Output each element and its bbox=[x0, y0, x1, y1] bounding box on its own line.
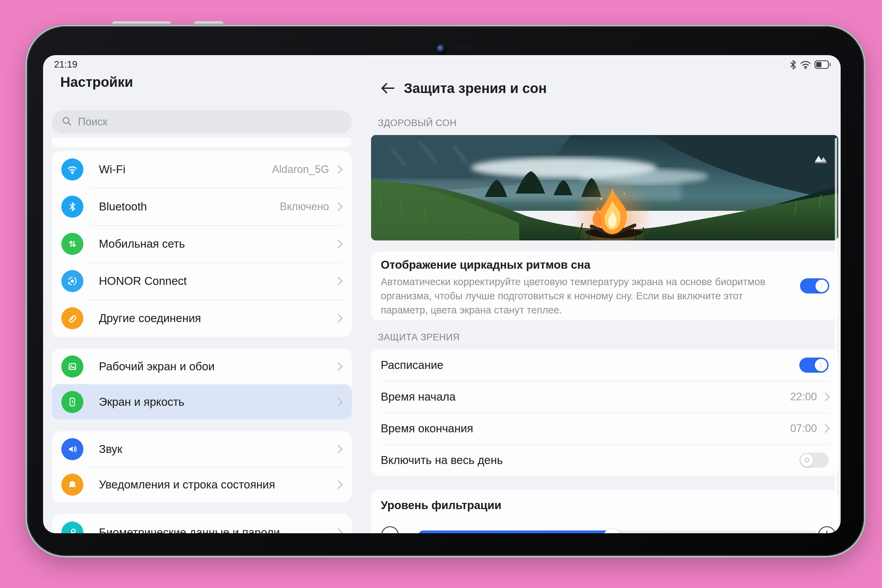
section-healthy-sleep: ЗДОРОВЫЙ СОН bbox=[378, 118, 456, 129]
screen: 21:19 Настройки bbox=[43, 55, 841, 533]
chevron-right-icon bbox=[334, 277, 342, 285]
biometrics-icon bbox=[62, 522, 83, 533]
scrolled-card-remnant bbox=[52, 138, 352, 147]
sidebar-item-label: Звук bbox=[99, 442, 335, 456]
filter-level-label: Уровень фильтрации bbox=[381, 499, 829, 512]
filter-slider-fill bbox=[418, 531, 612, 533]
chevron-right-icon bbox=[334, 239, 342, 248]
increase-filter-button[interactable] bbox=[818, 526, 836, 533]
chevron-right-icon bbox=[334, 480, 342, 489]
filter-level-slider bbox=[381, 528, 829, 533]
detail-title: Защита зрения и сон bbox=[404, 81, 547, 96]
search-icon bbox=[62, 116, 72, 128]
sidebar-item-mobile-network[interactable]: Мобильная сеть bbox=[52, 225, 352, 262]
status-icons bbox=[790, 60, 831, 71]
chevron-right-icon bbox=[821, 424, 830, 433]
sleep-banner-image bbox=[371, 135, 838, 240]
all-day-toggle[interactable] bbox=[800, 453, 829, 468]
sidebar-item-label: Рабочий экран и обои bbox=[99, 360, 335, 373]
chevron-right-icon bbox=[821, 392, 830, 401]
chevron-right-icon bbox=[334, 528, 342, 533]
end-time-value: 07:00 bbox=[790, 422, 817, 435]
filter-level-card: Уровень фильтрации bbox=[371, 490, 838, 533]
chevron-right-icon bbox=[334, 202, 342, 211]
chevron-right-icon bbox=[334, 362, 342, 370]
schedule-row[interactable]: Расписание bbox=[371, 349, 838, 381]
sidebar-item-label: Уведомления и строка состояния bbox=[99, 478, 335, 491]
notifications-icon bbox=[62, 474, 83, 496]
sidebar-item-label: Bluetooth bbox=[99, 200, 280, 213]
sidebar-item-label: Мобильная сеть bbox=[99, 237, 335, 250]
sidebar-item-label: Wi-Fi bbox=[99, 163, 272, 176]
mobile-network-icon bbox=[62, 233, 83, 255]
sidebar-item-label: Экран и яркость bbox=[99, 396, 335, 408]
search-input[interactable]: Поиск bbox=[52, 110, 352, 134]
search-placeholder: Поиск bbox=[78, 116, 108, 128]
chevron-right-icon bbox=[334, 165, 342, 174]
display-brightness-icon bbox=[62, 391, 83, 413]
wifi-icon bbox=[62, 159, 83, 180]
sidebar-item-notifications[interactable]: Уведомления и строка состояния bbox=[52, 467, 352, 502]
sidebar-item-honor-connect[interactable]: HONOR Connect bbox=[52, 262, 352, 300]
status-time: 21:19 bbox=[54, 59, 78, 70]
sidebar-item-value: Aldaron_5G bbox=[272, 163, 329, 176]
sidebar-item-biometrics[interactable]: Биометрические данные и пароли bbox=[52, 514, 352, 533]
circadian-toggle[interactable] bbox=[800, 278, 829, 294]
battery-icon bbox=[814, 60, 831, 70]
sidebar-item-other-connections[interactable]: Другие соединения bbox=[52, 300, 352, 337]
sidebar-group-display: Рабочий экран и обои Экран и яркость bbox=[52, 349, 352, 420]
sidebar-item-bluetooth[interactable]: Bluetooth Включено bbox=[52, 188, 352, 225]
wallpaper-icon bbox=[62, 356, 83, 378]
circadian-description: Автоматически корректируйте цветовую тем… bbox=[381, 275, 777, 317]
chevron-right-icon bbox=[334, 398, 342, 406]
bluetooth-icon bbox=[790, 60, 796, 71]
sidebar-item-display-brightness[interactable]: Экран и яркость bbox=[52, 384, 352, 420]
decrease-filter-button[interactable] bbox=[381, 526, 399, 533]
sound-icon bbox=[62, 438, 83, 460]
schedule-toggle[interactable] bbox=[800, 357, 829, 373]
sidebar-item-label: HONOR Connect bbox=[99, 274, 335, 288]
sidebar-item-label: Другие соединения bbox=[99, 312, 335, 325]
eye-protection-card: Расписание Время начала 22:00 Время окон… bbox=[371, 349, 838, 476]
honor-connect-icon bbox=[62, 270, 83, 292]
wifi-icon bbox=[800, 60, 811, 70]
sidebar-item-value: Включено bbox=[280, 201, 329, 213]
back-button[interactable] bbox=[380, 81, 396, 95]
sidebar-item-wallpaper[interactable]: Рабочий экран и обои bbox=[52, 349, 352, 384]
chevron-right-icon bbox=[334, 445, 342, 453]
circadian-card: Отображение циркадных ритмов сна Автомат… bbox=[371, 252, 838, 320]
sidebar-group-sound: Звук Уведомления и строка состояния bbox=[52, 431, 352, 502]
chevron-right-icon bbox=[334, 314, 342, 322]
sidebar-item-wifi[interactable]: Wi-Fi Aldaron_5G bbox=[52, 151, 352, 188]
start-time-row[interactable]: Время начала 22:00 bbox=[371, 381, 838, 412]
front-camera-icon bbox=[436, 44, 447, 54]
start-time-value: 22:00 bbox=[790, 391, 817, 403]
tablet-frame: 21:19 Настройки bbox=[27, 26, 864, 556]
detail-scrollbar[interactable] bbox=[835, 138, 837, 527]
other-connections-icon bbox=[62, 307, 83, 329]
all-day-row[interactable]: Включить на весь день bbox=[371, 444, 838, 476]
bluetooth-icon bbox=[62, 196, 83, 218]
page-title: Настройки bbox=[60, 74, 133, 90]
sidebar-group-connections: Wi-Fi Aldaron_5G Bluetooth Включено Моби… bbox=[52, 151, 352, 337]
circadian-title: Отображение циркадных ритмов сна bbox=[381, 258, 829, 272]
sidebar-group-biometrics: Биометрические данные и пароли bbox=[52, 514, 352, 533]
section-eye-protection: ЗАЩИТА ЗРЕНИЯ bbox=[378, 332, 460, 343]
end-time-row[interactable]: Время окончания 07:00 bbox=[371, 412, 838, 444]
light-sensor-icon bbox=[457, 43, 471, 52]
sidebar-item-sound[interactable]: Звук bbox=[52, 431, 352, 467]
slider-track[interactable] bbox=[418, 531, 817, 533]
sidebar-item-label: Биометрические данные и пароли bbox=[99, 526, 335, 533]
slider-handle[interactable] bbox=[603, 529, 621, 533]
